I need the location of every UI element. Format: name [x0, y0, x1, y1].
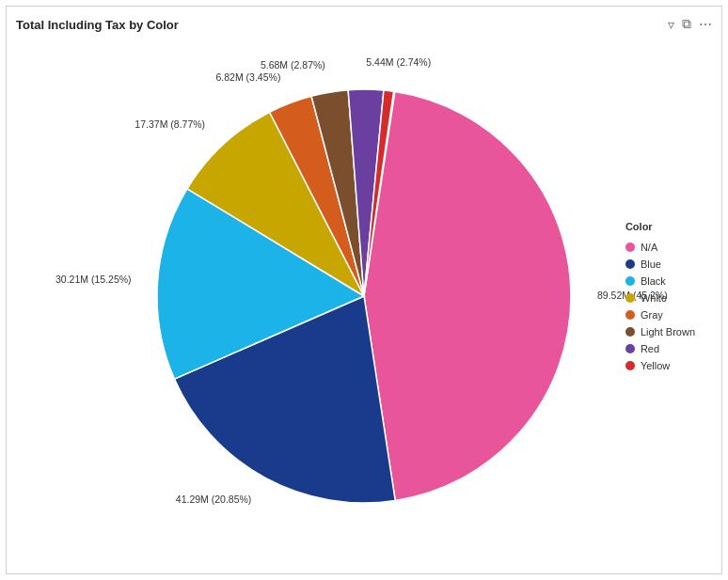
legend-color-dot — [625, 259, 635, 269]
filter-icon[interactable]: ▿ — [668, 17, 674, 32]
toolbar: ▿ ⧉ ⋯ — [668, 16, 712, 32]
legend-color-dot — [625, 243, 635, 252]
pie-slice[interactable] — [364, 91, 571, 500]
legend-color-dot — [625, 293, 635, 303]
chart-card: Total Including Tax by Color ▿ ⧉ ⋯ 89.52… — [6, 6, 722, 574]
slice-label: 41.29M (20.85%) — [176, 494, 252, 505]
legend-color-dot — [625, 276, 635, 286]
expand-icon[interactable]: ⧉ — [682, 16, 691, 32]
legend-label: Red — [641, 343, 659, 354]
legend-color-dot — [625, 344, 635, 353]
slice-label: 5.68M (2.87%) — [261, 59, 325, 71]
legend-color-dot — [625, 327, 635, 337]
legend-item[interactable]: Black — [625, 275, 695, 287]
slice-label: 30.21M (15.25%) — [55, 274, 132, 285]
legend-item[interactable]: Gray — [625, 309, 695, 321]
slice-label: 6.82M (3.45%) — [216, 71, 281, 83]
slice-label: 17.37M (8.77%) — [135, 118, 205, 130]
legend-item[interactable]: White — [625, 292, 695, 304]
legend-item[interactable]: Light Brown — [625, 326, 695, 337]
pie-chart: 89.52M (45.2%)41.29M (20.85%)30.21M (15.… — [119, 52, 609, 541]
chart-title: Total Including Tax by Color — [16, 18, 712, 32]
legend-item[interactable]: Yellow — [625, 360, 695, 371]
legend-item[interactable]: Blue — [625, 259, 695, 270]
legend-title: Color — [625, 221, 695, 232]
chart-area: 89.52M (45.2%)41.29M (20.85%)30.21M (15.… — [16, 36, 712, 556]
legend-color-dot — [625, 310, 635, 320]
legend-label: Gray — [641, 309, 663, 321]
legend: Color N/ABlueBlackWhiteGrayLight BrownRe… — [625, 221, 695, 371]
legend-label: Yellow — [641, 360, 670, 371]
legend-color-dot — [625, 361, 635, 370]
legend-item[interactable]: N/A — [625, 242, 695, 253]
legend-label: N/A — [641, 242, 657, 253]
slice-label: 5.44M (2.74%) — [366, 55, 431, 67]
legend-label: White — [641, 292, 667, 304]
more-icon[interactable]: ⋯ — [699, 17, 712, 32]
legend-item[interactable]: Red — [625, 343, 695, 354]
legend-label: Black — [641, 275, 666, 287]
legend-label: Blue — [641, 259, 661, 270]
legend-label: Light Brown — [641, 326, 695, 337]
